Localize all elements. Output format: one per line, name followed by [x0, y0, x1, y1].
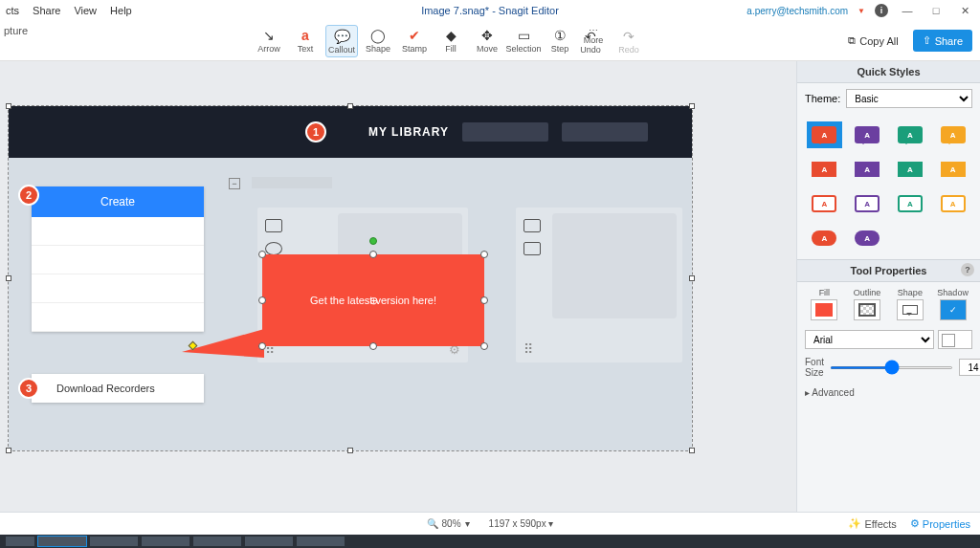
menu-help[interactable]: Help [110, 5, 132, 16]
shadow-picker[interactable]: ✓ [940, 299, 967, 320]
move-icon: ✥ [481, 27, 493, 44]
menu-cts[interactable]: cts [6, 5, 19, 16]
outline-picker[interactable] [854, 299, 880, 320]
style-swatch-purple-arrow[interactable]: A [850, 156, 885, 183]
font-size-value[interactable] [959, 359, 980, 376]
copy-icon: ⧉ [848, 34, 856, 47]
close-button[interactable]: ✕ [955, 3, 974, 18]
redo-icon: ↷ [623, 28, 635, 45]
style-swatch-teal-bubble[interactable]: A [893, 121, 928, 148]
window-title: Image 7.snag* - Snagit Editor [421, 5, 559, 16]
style-swatch-purple-outline[interactable]: A [850, 190, 885, 217]
statusbar: 🔍80%▾ 1197 x 590px ▾ ✨Effects ⚙Propertie… [0, 512, 980, 535]
menu-share[interactable]: Share [33, 5, 60, 16]
style-swatch-teal-outline[interactable]: A [893, 190, 928, 217]
shape-picker[interactable] [897, 299, 924, 320]
text-icon: a [301, 27, 309, 44]
fill-picker[interactable] [811, 299, 837, 320]
style-swatch-purple-bubble[interactable]: A [850, 121, 885, 148]
selection-icon: ▭ [518, 27, 530, 44]
thumbnail[interactable] [38, 537, 86, 546]
canvas-area[interactable]: 1 MY LIBRARY 2 Create 3 Download Recorde… [0, 61, 796, 519]
tool-arrow[interactable]: ↘Arrow [253, 25, 285, 55]
properties-button[interactable]: ⚙Properties [910, 517, 970, 530]
style-swatch-purple-pill[interactable]: A [850, 225, 885, 252]
tool-callout[interactable]: 💬Callout [325, 25, 358, 57]
toolbar: pture ↘Arrow aText 💬Callout ◯Shape ✔Stam… [0, 21, 980, 61]
quick-styles-grid: A A A A A A A A A A A A A A [797, 114, 980, 259]
info-icon[interactable]: i [875, 4, 888, 17]
thumbnail-strip[interactable] [0, 535, 980, 548]
minimize-button[interactable]: — [898, 3, 917, 18]
style-swatch-red-bubble[interactable]: A [807, 121, 842, 148]
tool-shape[interactable]: ◯Shape [362, 25, 394, 55]
account-email[interactable]: a.perry@techsmith.com [746, 6, 848, 16]
capture-label: pture [4, 25, 28, 36]
menu-view[interactable]: View [74, 5, 97, 16]
fill-label: Fill [819, 288, 831, 297]
help-icon[interactable]: ? [961, 263, 974, 276]
arrow-icon: ↘ [263, 27, 275, 44]
undo-button[interactable]: ↶Undo [574, 26, 607, 56]
step-icon: ① [554, 27, 567, 44]
menu-bar: cts Share View Help [0, 5, 132, 16]
tool-fill[interactable]: ◆Fill [434, 25, 467, 55]
stamp-icon: ✔ [409, 27, 420, 44]
style-swatch-red-arrow[interactable]: A [807, 156, 842, 183]
style-swatch-teal-arrow[interactable]: A [893, 156, 928, 183]
gear-icon: ⚙ [910, 517, 920, 530]
share-icon: ⇧ [923, 34, 931, 47]
zoom-level[interactable]: 80% [442, 518, 461, 529]
fill-icon: ◆ [446, 27, 457, 44]
theme-select[interactable]: Basic [846, 89, 972, 108]
font-color-picker[interactable] [938, 330, 972, 349]
tool-step[interactable]: ①Step [544, 25, 576, 55]
thumbnail[interactable] [142, 537, 189, 546]
shadow-label: Shadow [937, 288, 969, 297]
titlebar: cts Share View Help Image 7.snag* - Snag… [0, 0, 980, 21]
tool-move[interactable]: ✥Move [471, 25, 503, 55]
callout-icon: 💬 [334, 28, 350, 45]
tool-selection[interactable]: ▭Selection [507, 25, 540, 55]
quick-styles-header: Quick Styles [797, 61, 980, 83]
style-swatch-orange-bubble[interactable]: A [935, 121, 970, 148]
tool-group: ↘Arrow aText 💬Callout ◯Shape ✔Stamp ◆Fil… [253, 25, 607, 57]
style-swatch-red-outline[interactable]: A [807, 190, 842, 217]
side-panel: Quick Styles Theme: Basic A A A A A A A … [796, 61, 980, 519]
outline-label: Outline [854, 288, 881, 297]
rotate-handle[interactable] [369, 237, 377, 245]
shape-icon: ◯ [370, 27, 386, 44]
style-swatch-orange-outline[interactable]: A [935, 190, 970, 217]
tool-stamp[interactable]: ✔Stamp [398, 25, 431, 55]
thumbnail[interactable] [245, 537, 293, 546]
thumbnail[interactable] [6, 537, 34, 546]
style-swatch-orange-arrow[interactable]: A [935, 156, 970, 183]
thumbnail[interactable] [90, 537, 138, 546]
thumbnail[interactable] [297, 537, 345, 546]
font-size-slider[interactable] [830, 366, 953, 369]
font-select[interactable]: Arial [805, 330, 934, 349]
copy-all-button[interactable]: ⧉Copy All [839, 30, 906, 52]
redo-button[interactable]: ↷Redo [612, 26, 645, 56]
maximize-button[interactable]: □ [926, 3, 946, 18]
shape-label: Shape [898, 288, 923, 297]
wand-icon: ✨ [848, 517, 861, 530]
advanced-toggle[interactable]: Advanced [797, 382, 980, 404]
style-swatch-red-pill[interactable]: A [807, 225, 842, 252]
search-icon: 🔍 [427, 518, 438, 529]
tool-text[interactable]: aText [289, 25, 322, 55]
share-button[interactable]: ⇧Share [913, 30, 972, 52]
dimensions-display[interactable]: 1197 x 590px ▾ [489, 518, 554, 529]
undo-icon: ↶ [585, 28, 596, 45]
thumbnail[interactable] [193, 537, 241, 546]
font-size-label: Font Size [805, 357, 824, 378]
tool-properties-header: Tool Properties ? [797, 260, 980, 282]
effects-button[interactable]: ✨Effects [848, 517, 896, 530]
callout-annotation[interactable]: Get the latest version here! ⊕ [262, 254, 484, 346]
theme-label: Theme: [805, 93, 840, 104]
